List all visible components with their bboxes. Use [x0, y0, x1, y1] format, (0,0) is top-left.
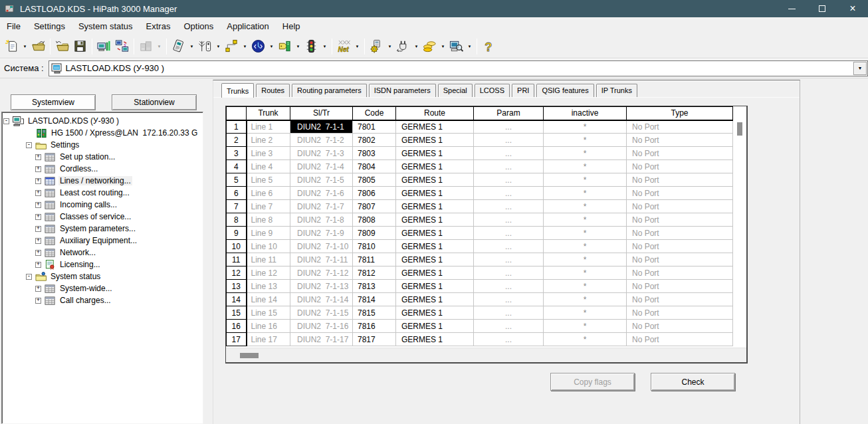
cell-trunk[interactable]: Line 17: [247, 333, 290, 346]
row-number[interactable]: 6: [227, 187, 247, 200]
row-number[interactable]: 12: [227, 266, 247, 280]
traffic-light-dropdown-icon[interactable]: ▼: [320, 37, 329, 55]
collapse-icon[interactable]: -: [3, 118, 9, 124]
cell-trunk[interactable]: Line 3: [247, 147, 290, 160]
cell-code[interactable]: 7806: [353, 187, 396, 200]
cell-sl-tr[interactable]: DIUN2 7-1-3: [290, 147, 353, 160]
row-number[interactable]: 10: [227, 240, 247, 253]
cell-trunk[interactable]: Line 15: [247, 306, 290, 320]
cell-sl-tr[interactable]: DIUN2 7-1-12: [290, 266, 353, 280]
tree-item-system-parameters[interactable]: +System parameters...: [2, 223, 203, 235]
cell-sl-tr[interactable]: DIUN2 7-1-1: [290, 120, 353, 134]
row-number[interactable]: 16: [227, 320, 247, 333]
cell-sl-tr[interactable]: DIUN2 7-1-8: [290, 213, 353, 227]
cell-type[interactable]: No Port: [627, 227, 733, 240]
cell-route[interactable]: GERMES 1: [396, 280, 474, 293]
menu-item-settings[interactable]: Settings: [27, 19, 72, 34]
expand-icon[interactable]: +: [35, 286, 41, 292]
cell-trunk[interactable]: Line 10: [247, 240, 290, 253]
cell-code[interactable]: 7802: [353, 134, 396, 147]
menu-item-system-status[interactable]: System status: [72, 19, 140, 34]
tag-icon[interactable]: [276, 37, 294, 55]
cell-code[interactable]: 7804: [353, 160, 396, 173]
cell-sl-tr[interactable]: DIUN2 7-1-15: [290, 306, 353, 320]
help-icon[interactable]: ?: [480, 37, 498, 55]
cell-type[interactable]: No Port: [627, 280, 733, 293]
tag-dropdown-icon[interactable]: ▼: [294, 37, 302, 55]
globe-dropdown-icon[interactable]: ▼: [267, 37, 276, 55]
cell-inactive[interactable]: *: [544, 280, 627, 293]
pc-search-dropdown-icon[interactable]: ▼: [465, 37, 474, 55]
cell-trunk[interactable]: Line 7: [247, 200, 290, 213]
collapse-icon[interactable]: -: [26, 274, 32, 280]
cell-route[interactable]: GERMES 1: [396, 187, 474, 200]
tree-item-classes-of-service[interactable]: +Classes of service...: [2, 211, 203, 223]
cell-trunk[interactable]: Line 4: [247, 160, 290, 173]
cell-inactive[interactable]: *: [544, 320, 627, 333]
menu-item-application[interactable]: Application: [220, 19, 276, 34]
gear-maintenance-dropdown-icon[interactable]: ▼: [385, 37, 394, 55]
expand-icon[interactable]: +: [35, 202, 41, 208]
row-number[interactable]: 4: [227, 160, 247, 173]
cell-code[interactable]: 7808: [353, 213, 396, 227]
cell-trunk[interactable]: Line 5: [247, 173, 290, 187]
cell-type[interactable]: No Port: [627, 160, 733, 173]
cell-code[interactable]: 7807: [353, 200, 396, 213]
tab-routing-parameters[interactable]: Routing parameters: [292, 84, 367, 97]
system-combobox-dropdown-icon[interactable]: ▼: [853, 62, 867, 75]
cell-inactive[interactable]: *: [544, 266, 627, 280]
tab-lcoss[interactable]: LCOSS: [475, 84, 510, 97]
cell-trunk[interactable]: Line 14: [247, 293, 290, 306]
cell-route[interactable]: GERMES 1: [396, 253, 474, 266]
cell-route[interactable]: GERMES 1: [396, 213, 474, 227]
cell-inactive[interactable]: *: [544, 306, 627, 320]
cell-type[interactable]: No Port: [627, 200, 733, 213]
cell-route[interactable]: GERMES 1: [396, 173, 474, 187]
traffic-light-icon[interactable]: [302, 37, 320, 55]
expand-icon[interactable]: +: [35, 238, 41, 244]
collapse-icon[interactable]: -: [26, 142, 32, 148]
cell-code[interactable]: 7817: [353, 333, 396, 346]
cell-type[interactable]: No Port: [627, 147, 733, 160]
tree-item-network[interactable]: +Network...: [2, 247, 203, 259]
system-combobox[interactable]: LASTLOAD.KDS (У-930 ) ▼: [49, 60, 868, 76]
cell-param[interactable]: ...: [474, 227, 544, 240]
cell-code[interactable]: 7805: [353, 173, 396, 187]
cell-type[interactable]: No Port: [627, 187, 733, 200]
row-number[interactable]: 3: [227, 147, 247, 160]
tree-item-hg-1500-xpress-lan-172-16-20-33-g[interactable]: HG 1500 / Xpress@LAN 172.16.20.33 G: [2, 127, 203, 139]
cell-type[interactable]: No Port: [627, 320, 733, 333]
cell-param[interactable]: ...: [474, 320, 544, 333]
close-button[interactable]: ×: [837, 0, 868, 17]
station-device-icon[interactable]: [169, 37, 187, 55]
open-file-icon[interactable]: [29, 37, 47, 55]
cell-sl-tr[interactable]: DIUN2 7-1-4: [290, 160, 353, 173]
cell-route[interactable]: GERMES 1: [396, 147, 474, 160]
cell-trunk[interactable]: Line 13: [247, 280, 290, 293]
cell-sl-tr[interactable]: DIUN2 7-1-6: [290, 187, 353, 200]
cell-inactive[interactable]: *: [544, 293, 627, 306]
cell-route[interactable]: GERMES 1: [396, 134, 474, 147]
coins-charges-dropdown-icon[interactable]: ▼: [439, 37, 447, 55]
row-number[interactable]: 14: [227, 293, 247, 306]
cell-code[interactable]: 7814: [353, 293, 396, 306]
tree-item-system-status[interactable]: -System status: [2, 270, 203, 282]
cell-code[interactable]: 7816: [353, 320, 396, 333]
network-connector-dropdown-icon[interactable]: ▼: [241, 37, 249, 55]
cell-param[interactable]: ...: [474, 253, 544, 266]
tab-routes[interactable]: Routes: [256, 84, 290, 97]
cell-trunk[interactable]: Line 12: [247, 266, 290, 280]
cell-inactive[interactable]: *: [544, 160, 627, 173]
net-icon[interactable]: Net: [335, 37, 353, 55]
coins-charges-icon[interactable]: [421, 37, 439, 55]
cell-inactive[interactable]: *: [544, 227, 627, 240]
cell-param[interactable]: ...: [474, 187, 544, 200]
new-file-icon[interactable]: [3, 37, 21, 55]
cell-trunk[interactable]: Line 16: [247, 320, 290, 333]
cell-type[interactable]: No Port: [627, 333, 733, 346]
cell-inactive[interactable]: *: [544, 253, 627, 266]
cell-inactive[interactable]: *: [544, 333, 627, 346]
cell-param[interactable]: ...: [474, 200, 544, 213]
cell-inactive[interactable]: *: [544, 200, 627, 213]
row-number[interactable]: 11: [227, 253, 247, 266]
